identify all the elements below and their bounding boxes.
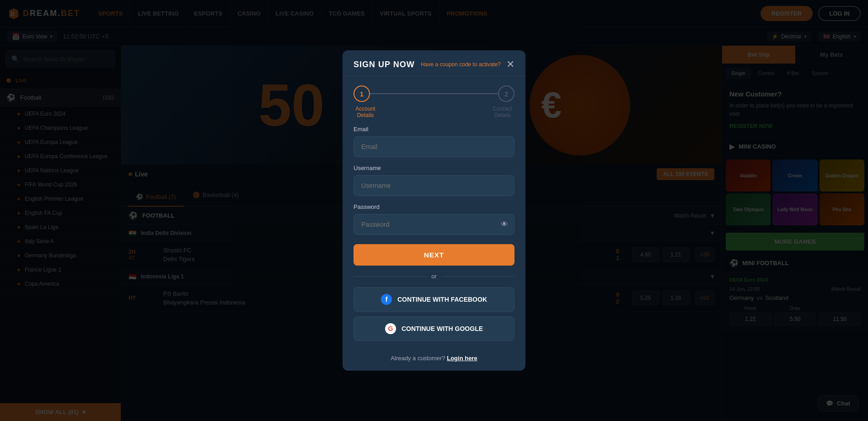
modal-close-button[interactable]: ✕ [506, 59, 514, 69]
already-customer-text: Already a customer? [391, 355, 445, 362]
google-icon: G [385, 323, 396, 334]
email-input[interactable] [354, 136, 514, 157]
or-line-left [354, 276, 426, 277]
facebook-button[interactable]: f CONTINUE WITH FACEBOOK [354, 287, 514, 312]
modal-header-right: Have a coupon code to activate? ✕ [421, 59, 514, 69]
username-field-group: Username [354, 165, 514, 196]
username-label: Username [354, 165, 514, 171]
modal-steps-labels: Account Details Contact Details [343, 104, 525, 118]
facebook-icon: f [381, 294, 392, 305]
password-input[interactable] [354, 214, 514, 235]
password-label: Password [354, 203, 514, 210]
google-label: CONTINUE WITH GOOGLE [402, 325, 483, 332]
google-button[interactable]: G CONTINUE WITH GOOGLE [354, 316, 514, 341]
eye-icon[interactable]: 👁 [501, 220, 508, 229]
modal: SIGN UP NOW Have a coupon code to activa… [343, 50, 525, 371]
facebook-label: CONTINUE WITH FACEBOOK [397, 296, 487, 303]
email-field-group: Email [354, 126, 514, 157]
already-customer-bar: Already a customer? Login here [343, 348, 525, 371]
modal-header: SIGN UP NOW Have a coupon code to activa… [343, 50, 525, 76]
or-divider: or [354, 273, 514, 280]
modal-title: SIGN UP NOW [354, 60, 415, 69]
password-field-group: Password 👁 [354, 203, 514, 235]
step1-circle: 1 [354, 85, 370, 102]
modal-overlay[interactable]: SIGN UP NOW Have a coupon code to activa… [0, 0, 868, 421]
or-line-right [442, 276, 514, 277]
step-connector-line [370, 93, 498, 94]
login-here-link[interactable]: Login here [447, 355, 477, 362]
email-label: Email [354, 126, 514, 133]
next-button[interactable]: NEXT [354, 244, 514, 266]
or-text: or [431, 273, 437, 280]
step1-label: Account Details [347, 106, 384, 118]
step2-label: Contact Details [484, 106, 521, 118]
modal-body: Email Username Password 👁 NEXT or [343, 118, 525, 348]
step2-circle: 2 [498, 85, 514, 102]
modal-coupon-text[interactable]: Have a coupon code to activate? [421, 61, 501, 68]
username-input[interactable] [354, 175, 514, 196]
modal-steps-row: 1 2 [343, 76, 525, 104]
password-input-wrapper: 👁 [354, 214, 514, 235]
